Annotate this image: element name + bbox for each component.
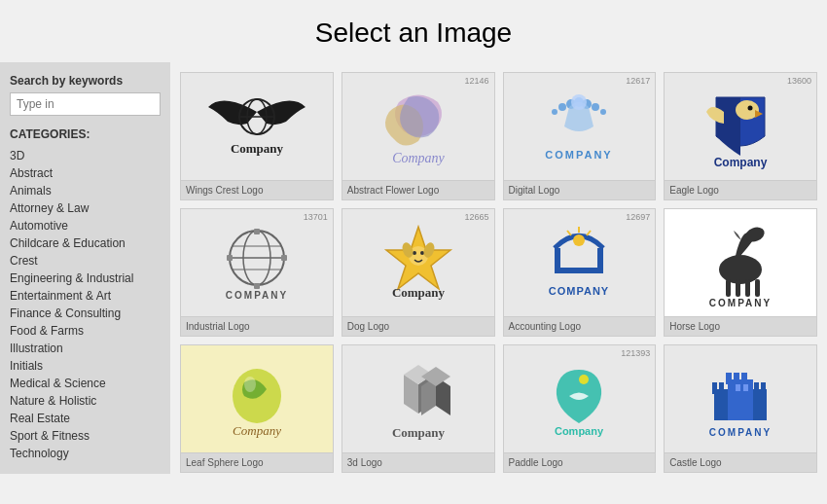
search-input[interactable] bbox=[10, 92, 161, 116]
category-item[interactable]: Crest bbox=[10, 252, 161, 270]
category-item[interactable]: Medical & Science bbox=[10, 375, 161, 392]
svg-text:COMPANY: COMPANY bbox=[709, 298, 772, 306]
svg-text:COMPANY: COMPANY bbox=[546, 149, 613, 161]
svg-point-12 bbox=[571, 94, 587, 110]
categories-label: CATEGORIES: bbox=[10, 127, 161, 141]
category-item[interactable]: Abstract bbox=[10, 164, 161, 182]
gallery-grid: Company Wings Crest Logo 12146 Company bbox=[180, 72, 817, 473]
svg-text:Company: Company bbox=[714, 156, 768, 169]
gallery-card-digital[interactable]: 12617 bbox=[503, 72, 657, 200]
category-item[interactable]: Technology bbox=[10, 445, 161, 462]
category-item[interactable]: Sport & Fitness bbox=[10, 427, 161, 445]
svg-text:Company: Company bbox=[392, 151, 445, 165]
card-label: Accounting Logo bbox=[504, 316, 656, 336]
category-item[interactable]: Initials bbox=[10, 357, 161, 375]
svg-text:Company: Company bbox=[233, 423, 281, 438]
category-item[interactable]: Entertainment & Art bbox=[10, 287, 161, 305]
svg-rect-69 bbox=[754, 382, 759, 394]
card-label: Horse Logo bbox=[665, 316, 816, 336]
card-label: Castle Logo bbox=[665, 452, 816, 472]
category-item[interactable]: Nature & Holistic bbox=[10, 392, 161, 410]
card-label: Digital Logo bbox=[504, 180, 656, 199]
card-label: Leaf Sphere Logo bbox=[181, 452, 333, 472]
category-item[interactable]: Food & Farms bbox=[10, 322, 161, 340]
svg-rect-23 bbox=[254, 283, 260, 289]
category-item[interactable]: Real Estate bbox=[10, 410, 161, 427]
card-label: Paddle Logo bbox=[504, 452, 656, 472]
svg-point-5 bbox=[552, 109, 557, 115]
svg-rect-66 bbox=[734, 373, 739, 384]
svg-rect-45 bbox=[736, 279, 740, 297]
svg-rect-62 bbox=[712, 382, 717, 394]
card-id: 13701 bbox=[304, 212, 328, 222]
gallery-area: Company Wings Crest Logo 12146 Company bbox=[170, 62, 827, 504]
category-item[interactable]: Automotive bbox=[10, 217, 161, 234]
svg-point-37 bbox=[573, 234, 585, 246]
gallery-card-abstract[interactable]: 12146 Company Abstract Flower Logo bbox=[342, 72, 495, 200]
svg-rect-70 bbox=[761, 382, 766, 394]
svg-point-30 bbox=[420, 251, 424, 255]
svg-point-15 bbox=[748, 106, 753, 111]
svg-rect-44 bbox=[726, 279, 731, 297]
svg-rect-72 bbox=[743, 384, 748, 391]
svg-rect-24 bbox=[227, 255, 233, 261]
svg-rect-63 bbox=[719, 382, 724, 394]
svg-point-50 bbox=[244, 377, 256, 392]
svg-rect-35 bbox=[555, 248, 560, 273]
card-id: 12146 bbox=[464, 76, 488, 86]
gallery-card-castle[interactable]: COMPANY Castle Logo bbox=[664, 344, 817, 473]
gallery-card-3d[interactable]: Company 3d Logo bbox=[342, 344, 495, 473]
category-item[interactable]: Engineering & Industrial bbox=[10, 270, 161, 287]
category-item[interactable]: Finance & Consulting bbox=[10, 305, 161, 322]
svg-rect-34 bbox=[555, 268, 603, 273]
category-item[interactable]: Illustration bbox=[10, 340, 161, 357]
svg-text:COMPANY: COMPANY bbox=[549, 285, 609, 297]
gallery-card-horse[interactable]: COMPANY Horse Logo bbox=[664, 208, 817, 337]
svg-point-6 bbox=[558, 103, 566, 111]
svg-rect-25 bbox=[281, 255, 287, 261]
gallery-card-dog[interactable]: 12665 Company bbox=[342, 208, 495, 337]
page-title: Select an Image bbox=[0, 0, 827, 62]
svg-rect-22 bbox=[254, 229, 260, 234]
gallery-card-eagle[interactable]: 13600 Company Eagle Log bbox=[664, 72, 817, 200]
card-label: 3d Logo bbox=[342, 452, 494, 472]
category-item[interactable]: Childcare & Education bbox=[10, 234, 161, 252]
svg-point-29 bbox=[413, 251, 416, 255]
card-label: Industrial Logo bbox=[181, 316, 333, 336]
category-item[interactable]: Attorney & Law bbox=[10, 199, 161, 217]
svg-text:Company: Company bbox=[392, 285, 446, 300]
svg-rect-71 bbox=[736, 384, 740, 391]
gallery-card-paddle[interactable]: 121393 Company Paddle Logo bbox=[503, 344, 657, 473]
svg-line-40 bbox=[587, 231, 591, 235]
search-label: Search by keywords bbox=[10, 74, 161, 88]
category-item[interactable]: 3D bbox=[10, 147, 161, 164]
svg-text:COMPANY: COMPANY bbox=[226, 290, 288, 301]
gallery-card-wings[interactable]: Company Wings Crest Logo bbox=[180, 72, 334, 200]
card-id: 12665 bbox=[464, 212, 488, 222]
svg-rect-47 bbox=[755, 279, 760, 297]
category-item[interactable]: Animals bbox=[10, 182, 161, 199]
svg-point-59 bbox=[579, 375, 589, 384]
gallery-card-leaf[interactable]: Company Leaf Sphere Logo bbox=[180, 344, 334, 473]
card-label: Eagle Logo bbox=[665, 180, 816, 199]
svg-rect-65 bbox=[726, 373, 732, 384]
card-id: 12617 bbox=[626, 76, 650, 86]
svg-text:Company: Company bbox=[392, 425, 446, 440]
gallery-card-industrial[interactable]: 13701 COMPANY bbox=[180, 208, 334, 337]
svg-point-11 bbox=[600, 109, 606, 115]
gallery-card-accounting[interactable]: 12697 COMPANY bbox=[503, 208, 657, 337]
svg-text:COMPANY: COMPANY bbox=[709, 427, 772, 438]
svg-point-42 bbox=[719, 255, 762, 284]
card-label: Dog Logo bbox=[342, 316, 494, 336]
card-id: 13600 bbox=[787, 76, 811, 86]
svg-rect-67 bbox=[741, 373, 747, 384]
card-label: Wings Crest Logo bbox=[181, 180, 333, 199]
card-id: 121393 bbox=[621, 348, 650, 358]
sidebar: Search by keywords CATEGORIES: 3D Abstra… bbox=[0, 62, 170, 504]
svg-rect-46 bbox=[745, 279, 750, 297]
card-id: 12697 bbox=[626, 212, 650, 222]
svg-line-39 bbox=[567, 231, 571, 235]
svg-text:Company: Company bbox=[555, 425, 604, 437]
svg-point-10 bbox=[592, 103, 599, 111]
category-list: 3D Abstract Animals Attorney & Law Autom… bbox=[10, 147, 161, 462]
